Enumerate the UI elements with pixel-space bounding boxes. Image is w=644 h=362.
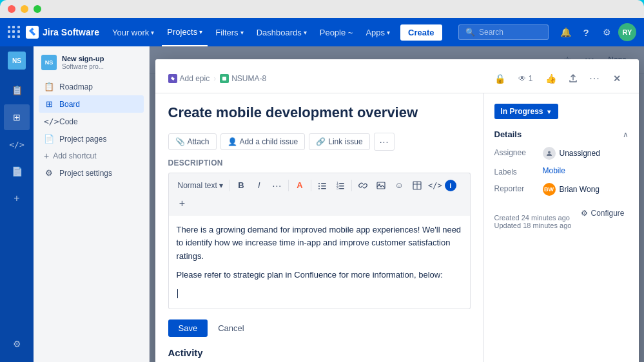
issue-modal: Add epic › NSUMA-8 🔒 👁: [155, 59, 639, 362]
nav-filters[interactable]: Filters ▾: [210, 18, 248, 46]
settings-button[interactable]: ⚙: [598, 23, 616, 41]
format-selector[interactable]: Normal text ▾: [174, 179, 227, 192]
info-button[interactable]: i: [445, 180, 456, 191]
link-icon: 🔗: [316, 137, 326, 146]
help-button[interactable]: ?: [577, 23, 595, 41]
nav-your-work[interactable]: Your work ▾: [107, 18, 159, 46]
text-cursor: [177, 289, 178, 298]
modal-left-panel: Create mobile development overview 📎 Att…: [155, 93, 484, 362]
sidebar-item-add-shortcut[interactable]: +: [4, 186, 30, 211]
insert-more-button[interactable]: +: [174, 195, 191, 212]
mac-close-button[interactable]: [8, 5, 15, 13]
configure-gear-icon: ⚙: [581, 209, 588, 218]
modal-header: Add epic › NSUMA-8 🔒 👁: [155, 59, 639, 93]
details-collapse-button[interactable]: ∧: [623, 130, 629, 139]
watch-count: 1: [529, 74, 533, 83]
status-badge[interactable]: In Progress ▾: [494, 104, 558, 119]
editor-content[interactable]: There is a growing demand for improved m…: [168, 216, 471, 309]
sidebar-item-board[interactable]: ⊞: [4, 104, 30, 130]
add-shortcut-icon: +: [14, 193, 19, 204]
details-header: Details ∧: [494, 129, 629, 139]
format-chevron-icon: ▾: [219, 181, 223, 190]
panel-nav-project-settings[interactable]: ⚙ Project settings: [39, 164, 144, 182]
panel-nav-code[interactable]: </> Code: [39, 113, 144, 130]
assignee-value[interactable]: Unassigned: [543, 147, 629, 160]
configure-button[interactable]: ⚙ Configure: [577, 206, 628, 220]
search-icon: 🔍: [465, 28, 475, 37]
nav-dashboards[interactable]: Dashboards ▾: [251, 18, 312, 46]
top-navigation: Jira Software Your work ▾ Projects ▾ Fil…: [0, 18, 644, 46]
code-editor-button[interactable]: </>: [427, 177, 444, 194]
emoji-button[interactable]: ☺: [391, 177, 407, 194]
panel-nav-project-pages[interactable]: 📄 Project pages: [39, 130, 144, 148]
project-icon[interactable]: NS: [8, 52, 26, 70]
save-button[interactable]: Save: [168, 319, 208, 337]
assignee-row: Assignee Unassigned: [494, 147, 629, 160]
app-body: NS 📋 ⊞ </> 📄 + ⚙ NS New sign-up Software…: [0, 46, 644, 362]
pages-icon: 📄: [12, 166, 23, 176]
panel-add-shortcut[interactable]: + Add shortcut: [39, 148, 144, 164]
created-timestamp: Created 24 minutes ago: [494, 214, 572, 222]
svg-rect-4: [321, 186, 326, 187]
search-bar[interactable]: 🔍 Search: [458, 24, 549, 40]
project-panel-avatar: NS: [41, 55, 57, 70]
apps-grid-icon[interactable]: [8, 26, 21, 39]
numbered-list-button[interactable]: 1. 2. 3.: [332, 177, 349, 194]
thumbsup-button[interactable]: 👍: [542, 70, 560, 88]
bullet-list-button[interactable]: [314, 177, 331, 194]
close-modal-button[interactable]: ✕: [608, 70, 626, 88]
chevron-down-icon: ▾: [304, 29, 307, 36]
editor-toolbar: Normal text ▾ B I ··· A: [168, 173, 471, 216]
status-label: In Progress: [501, 107, 543, 116]
issue-title[interactable]: Create mobile development overview: [168, 104, 471, 122]
table-button[interactable]: [409, 177, 425, 194]
epic-icon: [168, 74, 177, 83]
create-button[interactable]: Create: [400, 24, 442, 41]
reporter-value[interactable]: BW Brian Wong: [543, 183, 629, 196]
settings-icon: ⚙: [13, 339, 21, 349]
text-color-button[interactable]: A: [291, 177, 308, 194]
add-child-icon: 👤: [228, 137, 237, 146]
svg-rect-1: [318, 183, 320, 184]
watch-button[interactable]: 👁 1: [513, 71, 538, 86]
svg-rect-3: [318, 186, 320, 187]
lock-button[interactable]: 🔒: [491, 70, 509, 88]
panel-nav-board[interactable]: ⊞ Board: [39, 95, 144, 113]
jira-logo-icon: [26, 26, 39, 39]
panel-nav-roadmap[interactable]: 📋 Roadmap: [39, 78, 144, 95]
link-editor-button[interactable]: [355, 177, 371, 194]
story-icon: [220, 74, 229, 83]
modal-actions: 🔒 👁 1 👍 ··· ✕: [491, 70, 626, 88]
more-toolbar-button[interactable]: ···: [374, 133, 395, 151]
updated-timestamp: Updated 18 minutes ago: [494, 222, 572, 229]
italic-button[interactable]: I: [251, 177, 268, 194]
add-child-issue-button[interactable]: 👤 Add a child issue: [220, 133, 306, 150]
sidebar-item-roadmap[interactable]: 📋: [4, 77, 30, 103]
code-panel-icon: </>: [44, 117, 54, 126]
attach-button[interactable]: 📎 Attach: [168, 133, 217, 150]
bold-button[interactable]: B: [233, 177, 249, 194]
svg-point-18: [548, 151, 551, 154]
labels-value[interactable]: Mobile: [543, 166, 629, 175]
nav-icon-group: 🔔 ? ⚙ RY: [556, 23, 636, 41]
project-panel-subtitle: Software pro...: [62, 63, 104, 70]
nav-people[interactable]: People ~: [315, 18, 358, 46]
mac-maximize-button[interactable]: [34, 5, 41, 13]
more-text-button[interactable]: ···: [269, 177, 286, 194]
nav-apps[interactable]: Apps ▾: [360, 18, 395, 46]
sidebar-item-settings[interactable]: ⚙: [4, 331, 30, 357]
notifications-button[interactable]: 🔔: [556, 23, 574, 41]
cancel-button[interactable]: Cancel: [213, 319, 249, 337]
more-options-button[interactable]: ···: [586, 70, 604, 88]
sidebar-item-code[interactable]: </>: [4, 131, 30, 157]
image-button[interactable]: [373, 177, 389, 194]
sidebar-item-project-pages[interactable]: 📄: [4, 158, 30, 184]
nav-projects[interactable]: Projects ▾: [162, 18, 208, 46]
action-buttons: Save Cancel: [168, 319, 471, 337]
link-issue-button[interactable]: 🔗 Link issue: [309, 133, 369, 150]
breadcrumb-epic[interactable]: Add epic: [168, 74, 210, 83]
breadcrumb-story[interactable]: NSUMA-8: [220, 74, 266, 83]
share-button[interactable]: [564, 70, 582, 88]
mac-minimize-button[interactable]: [21, 5, 28, 13]
user-avatar[interactable]: RY: [618, 23, 636, 41]
